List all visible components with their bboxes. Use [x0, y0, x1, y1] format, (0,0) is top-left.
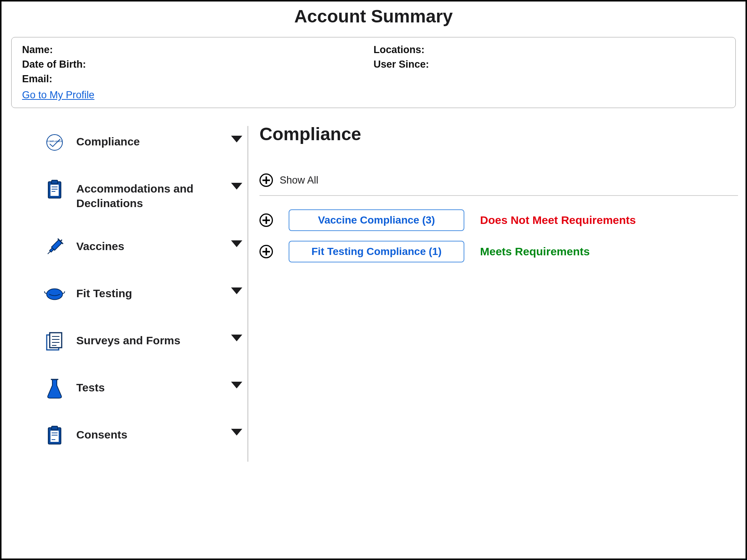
profile-summary-box: Name: Date of Birth: Email: Go to My Pro… [11, 37, 736, 108]
chevron-down-icon [231, 132, 242, 142]
sidebar-item-label: Tests [76, 378, 227, 395]
forms-icon [44, 331, 65, 352]
sidebar-item-compliance[interactable]: COMPLIANCE Compliance [44, 126, 242, 169]
go-to-my-profile-link[interactable]: Go to My Profile [22, 89, 95, 101]
compliance-row: Vaccine Compliance (3) Does Not Meet Req… [259, 209, 738, 231]
main-panel: Compliance Show All Vaccine Compliance (… [248, 126, 738, 462]
sidebar-item-label: Fit Testing [76, 284, 227, 301]
chevron-down-icon [231, 331, 242, 341]
svg-line-10 [48, 251, 50, 254]
sidebar-item-tests[interactable]: Tests [44, 367, 242, 415]
svg-rect-23 [50, 431, 59, 442]
sidebar-item-label: Vaccines [76, 237, 227, 253]
compliance-row: Fit Testing Compliance (1) Meets Require… [259, 241, 738, 262]
profile-locations-label: Locations: [374, 44, 725, 56]
sidebar-item-label: Surveys and Forms [76, 331, 227, 348]
chevron-down-icon [231, 284, 242, 294]
page-title: Account Summary [9, 6, 738, 27]
clipboard-icon [44, 425, 65, 446]
mask-icon [44, 284, 65, 305]
sidebar-item-label: Accommodations and Declinations [76, 179, 227, 210]
sidebar-item-consents[interactable]: Consents [44, 415, 242, 462]
chevron-down-icon [231, 378, 242, 388]
compliance-status: Meets Requirements [480, 245, 590, 258]
chevron-down-icon [231, 237, 242, 247]
compliance-icon: COMPLIANCE [44, 132, 65, 153]
profile-name-label: Name: [22, 44, 374, 56]
show-all-toggle[interactable]: Show All [259, 173, 738, 196]
profile-dob-label: Date of Birth: [22, 59, 374, 70]
sidebar-item-surveys-forms[interactable]: Surveys and Forms [44, 320, 242, 367]
svg-line-12 [61, 240, 62, 241]
sidebar-item-fit-testing[interactable]: Fit Testing [44, 273, 242, 320]
vaccine-compliance-button[interactable]: Vaccine Compliance (3) [289, 209, 464, 231]
svg-point-13 [47, 289, 62, 300]
svg-rect-22 [52, 426, 58, 430]
show-all-label: Show All [280, 175, 319, 186]
sidebar-item-label: Consents [76, 425, 227, 442]
flask-icon [44, 378, 65, 399]
svg-text:COMPLIANCE: COMPLIANCE [47, 140, 62, 142]
sidebar-item-accommodations[interactable]: Accommodations and Declinations [44, 169, 242, 226]
expand-row-button[interactable] [259, 213, 273, 227]
syringe-icon [44, 237, 65, 258]
chevron-down-icon [231, 425, 242, 436]
profile-email-label: Email: [22, 73, 374, 85]
fit-testing-compliance-button[interactable]: Fit Testing Compliance (1) [289, 241, 464, 262]
profile-user-since-label: User Since: [374, 59, 725, 70]
section-title: Compliance [259, 124, 738, 144]
plus-circle-icon [259, 173, 273, 187]
svg-point-0 [47, 135, 62, 150]
sidebar: COMPLIANCE Compliance [9, 126, 248, 462]
clipboard-icon [44, 179, 65, 200]
compliance-status: Does Not Meet Requirements [480, 214, 636, 227]
expand-row-button[interactable] [259, 245, 273, 258]
svg-rect-4 [50, 185, 59, 196]
sidebar-item-vaccines[interactable]: Vaccines [44, 226, 242, 273]
sidebar-item-label: Compliance [76, 132, 227, 149]
svg-rect-3 [52, 180, 58, 184]
chevron-down-icon [231, 179, 242, 190]
